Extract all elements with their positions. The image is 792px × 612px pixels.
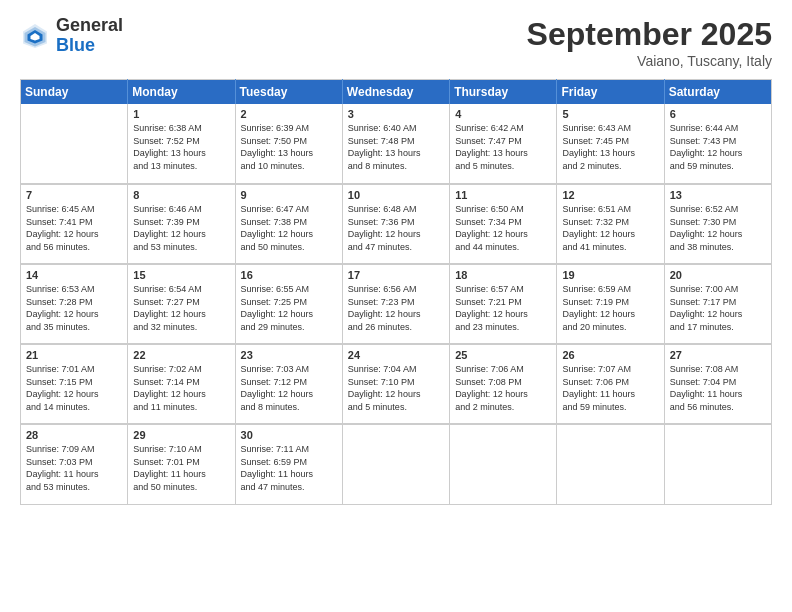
day-info: Sunrise: 7:09 AM Sunset: 7:03 PM Dayligh… xyxy=(26,443,122,493)
day-cell: 26Sunrise: 7:07 AM Sunset: 7:06 PM Dayli… xyxy=(557,344,664,424)
day-number: 29 xyxy=(133,429,229,441)
day-number: 18 xyxy=(455,269,551,281)
day-info: Sunrise: 6:39 AM Sunset: 7:50 PM Dayligh… xyxy=(241,122,337,172)
day-number: 13 xyxy=(670,189,766,201)
day-cell: 8Sunrise: 6:46 AM Sunset: 7:39 PM Daylig… xyxy=(128,184,235,264)
day-number: 16 xyxy=(241,269,337,281)
logo-icon xyxy=(20,21,50,51)
day-info: Sunrise: 7:10 AM Sunset: 7:01 PM Dayligh… xyxy=(133,443,229,493)
month-title: September 2025 xyxy=(527,16,772,53)
day-info: Sunrise: 6:43 AM Sunset: 7:45 PM Dayligh… xyxy=(562,122,658,172)
day-number: 5 xyxy=(562,108,658,120)
day-number: 6 xyxy=(670,108,766,120)
day-number: 20 xyxy=(670,269,766,281)
day-info: Sunrise: 7:01 AM Sunset: 7:15 PM Dayligh… xyxy=(26,363,122,413)
day-cell: 3Sunrise: 6:40 AM Sunset: 7:48 PM Daylig… xyxy=(342,104,449,184)
week-row-3: 14Sunrise: 6:53 AM Sunset: 7:28 PM Dayli… xyxy=(21,264,772,344)
day-cell: 9Sunrise: 6:47 AM Sunset: 7:38 PM Daylig… xyxy=(235,184,342,264)
day-number: 7 xyxy=(26,189,122,201)
day-info: Sunrise: 6:51 AM Sunset: 7:32 PM Dayligh… xyxy=(562,203,658,253)
day-number: 24 xyxy=(348,349,444,361)
day-number: 4 xyxy=(455,108,551,120)
calendar-body: 1Sunrise: 6:38 AM Sunset: 7:52 PM Daylig… xyxy=(21,104,772,504)
day-cell: 5Sunrise: 6:43 AM Sunset: 7:45 PM Daylig… xyxy=(557,104,664,184)
day-cell: 21Sunrise: 7:01 AM Sunset: 7:15 PM Dayli… xyxy=(21,344,128,424)
week-row-5: 28Sunrise: 7:09 AM Sunset: 7:03 PM Dayli… xyxy=(21,424,772,504)
header-row: SundayMondayTuesdayWednesdayThursdayFrid… xyxy=(21,80,772,105)
day-cell: 30Sunrise: 7:11 AM Sunset: 6:59 PM Dayli… xyxy=(235,424,342,504)
day-cell: 16Sunrise: 6:55 AM Sunset: 7:25 PM Dayli… xyxy=(235,264,342,344)
day-info: Sunrise: 6:52 AM Sunset: 7:30 PM Dayligh… xyxy=(670,203,766,253)
day-number: 9 xyxy=(241,189,337,201)
day-cell: 12Sunrise: 6:51 AM Sunset: 7:32 PM Dayli… xyxy=(557,184,664,264)
day-cell: 7Sunrise: 6:45 AM Sunset: 7:41 PM Daylig… xyxy=(21,184,128,264)
page: General Blue September 2025 Vaiano, Tusc… xyxy=(0,0,792,612)
day-number: 22 xyxy=(133,349,229,361)
header-day-friday: Friday xyxy=(557,80,664,105)
day-cell: 6Sunrise: 6:44 AM Sunset: 7:43 PM Daylig… xyxy=(664,104,771,184)
day-cell: 29Sunrise: 7:10 AM Sunset: 7:01 PM Dayli… xyxy=(128,424,235,504)
day-info: Sunrise: 6:42 AM Sunset: 7:47 PM Dayligh… xyxy=(455,122,551,172)
day-number: 10 xyxy=(348,189,444,201)
day-info: Sunrise: 6:40 AM Sunset: 7:48 PM Dayligh… xyxy=(348,122,444,172)
header: General Blue September 2025 Vaiano, Tusc… xyxy=(20,16,772,69)
day-cell: 2Sunrise: 6:39 AM Sunset: 7:50 PM Daylig… xyxy=(235,104,342,184)
logo-blue: Blue xyxy=(56,36,123,56)
day-info: Sunrise: 7:11 AM Sunset: 6:59 PM Dayligh… xyxy=(241,443,337,493)
day-number: 12 xyxy=(562,189,658,201)
calendar-table: SundayMondayTuesdayWednesdayThursdayFrid… xyxy=(20,79,772,505)
day-cell: 14Sunrise: 6:53 AM Sunset: 7:28 PM Dayli… xyxy=(21,264,128,344)
calendar-header: SundayMondayTuesdayWednesdayThursdayFrid… xyxy=(21,80,772,105)
day-cell: 17Sunrise: 6:56 AM Sunset: 7:23 PM Dayli… xyxy=(342,264,449,344)
day-cell: 13Sunrise: 6:52 AM Sunset: 7:30 PM Dayli… xyxy=(664,184,771,264)
day-number: 25 xyxy=(455,349,551,361)
week-row-4: 21Sunrise: 7:01 AM Sunset: 7:15 PM Dayli… xyxy=(21,344,772,424)
logo-text: General Blue xyxy=(56,16,123,56)
day-cell: 24Sunrise: 7:04 AM Sunset: 7:10 PM Dayli… xyxy=(342,344,449,424)
day-number: 14 xyxy=(26,269,122,281)
day-number: 30 xyxy=(241,429,337,441)
day-info: Sunrise: 6:45 AM Sunset: 7:41 PM Dayligh… xyxy=(26,203,122,253)
day-number: 1 xyxy=(133,108,229,120)
day-info: Sunrise: 7:07 AM Sunset: 7:06 PM Dayligh… xyxy=(562,363,658,413)
day-info: Sunrise: 6:46 AM Sunset: 7:39 PM Dayligh… xyxy=(133,203,229,253)
day-number: 3 xyxy=(348,108,444,120)
day-number: 17 xyxy=(348,269,444,281)
header-day-wednesday: Wednesday xyxy=(342,80,449,105)
day-cell: 27Sunrise: 7:08 AM Sunset: 7:04 PM Dayli… xyxy=(664,344,771,424)
day-cell xyxy=(664,424,771,504)
day-info: Sunrise: 6:56 AM Sunset: 7:23 PM Dayligh… xyxy=(348,283,444,333)
day-cell: 22Sunrise: 7:02 AM Sunset: 7:14 PM Dayli… xyxy=(128,344,235,424)
day-number: 27 xyxy=(670,349,766,361)
logo-general: General xyxy=(56,16,123,36)
day-info: Sunrise: 6:57 AM Sunset: 7:21 PM Dayligh… xyxy=(455,283,551,333)
day-cell xyxy=(557,424,664,504)
day-info: Sunrise: 6:53 AM Sunset: 7:28 PM Dayligh… xyxy=(26,283,122,333)
day-info: Sunrise: 7:03 AM Sunset: 7:12 PM Dayligh… xyxy=(241,363,337,413)
header-day-sunday: Sunday xyxy=(21,80,128,105)
day-number: 23 xyxy=(241,349,337,361)
day-number: 15 xyxy=(133,269,229,281)
day-cell: 10Sunrise: 6:48 AM Sunset: 7:36 PM Dayli… xyxy=(342,184,449,264)
day-cell xyxy=(342,424,449,504)
header-day-monday: Monday xyxy=(128,80,235,105)
day-number: 11 xyxy=(455,189,551,201)
day-info: Sunrise: 7:06 AM Sunset: 7:08 PM Dayligh… xyxy=(455,363,551,413)
day-info: Sunrise: 7:00 AM Sunset: 7:17 PM Dayligh… xyxy=(670,283,766,333)
day-cell: 28Sunrise: 7:09 AM Sunset: 7:03 PM Dayli… xyxy=(21,424,128,504)
day-cell: 25Sunrise: 7:06 AM Sunset: 7:08 PM Dayli… xyxy=(450,344,557,424)
header-day-tuesday: Tuesday xyxy=(235,80,342,105)
day-cell: 15Sunrise: 6:54 AM Sunset: 7:27 PM Dayli… xyxy=(128,264,235,344)
subtitle: Vaiano, Tuscany, Italy xyxy=(527,53,772,69)
day-info: Sunrise: 7:02 AM Sunset: 7:14 PM Dayligh… xyxy=(133,363,229,413)
day-cell: 19Sunrise: 6:59 AM Sunset: 7:19 PM Dayli… xyxy=(557,264,664,344)
day-info: Sunrise: 6:55 AM Sunset: 7:25 PM Dayligh… xyxy=(241,283,337,333)
day-info: Sunrise: 6:50 AM Sunset: 7:34 PM Dayligh… xyxy=(455,203,551,253)
day-cell xyxy=(21,104,128,184)
day-info: Sunrise: 6:48 AM Sunset: 7:36 PM Dayligh… xyxy=(348,203,444,253)
day-info: Sunrise: 6:54 AM Sunset: 7:27 PM Dayligh… xyxy=(133,283,229,333)
day-info: Sunrise: 6:38 AM Sunset: 7:52 PM Dayligh… xyxy=(133,122,229,172)
day-cell: 18Sunrise: 6:57 AM Sunset: 7:21 PM Dayli… xyxy=(450,264,557,344)
day-info: Sunrise: 7:08 AM Sunset: 7:04 PM Dayligh… xyxy=(670,363,766,413)
day-info: Sunrise: 6:59 AM Sunset: 7:19 PM Dayligh… xyxy=(562,283,658,333)
